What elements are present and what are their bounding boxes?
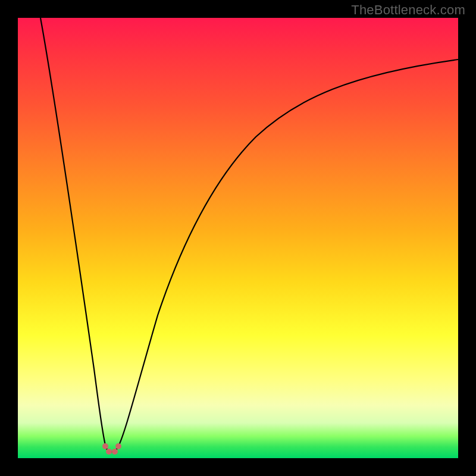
plot-area <box>18 18 458 458</box>
accent-dots-group <box>102 443 121 455</box>
accent-dot <box>112 449 118 455</box>
curve-right-branch <box>118 60 458 447</box>
accent-dot <box>106 449 112 455</box>
chart-frame: TheBottleneck.com <box>0 0 476 476</box>
bottleneck-curve <box>18 18 458 458</box>
accent-dot <box>115 443 121 449</box>
accent-dot <box>102 443 108 449</box>
curve-left-branch <box>40 18 106 447</box>
watermark-text: TheBottleneck.com <box>351 2 465 18</box>
